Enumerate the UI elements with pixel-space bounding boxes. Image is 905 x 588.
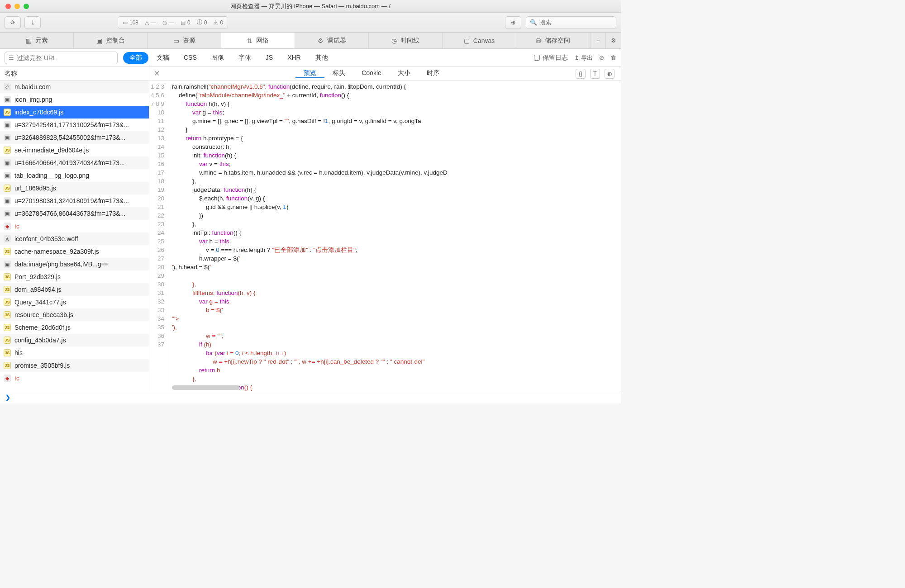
tab-时间线[interactable]: ◷时间线 — [369, 33, 443, 48]
resource-row[interactable]: JSconfig_45b0da7.js — [0, 334, 149, 346]
img-file-icon: ▣ — [4, 121, 11, 128]
content-tab-预览[interactable]: 预览 — [295, 69, 324, 78]
resource-row[interactable]: ▣u=1666406664,4019374034&fm=173... — [0, 156, 149, 169]
resource-name: config_45b0da7.js — [14, 337, 66, 344]
tab-icon: ▣ — [96, 37, 102, 44]
code-editor[interactable]: 1 2 3 4 5 6 7 8 9 10 11 12 13 14 15 16 1… — [149, 81, 621, 391]
tab-网络[interactable]: ⇅网络 — [221, 33, 295, 48]
filter-字体[interactable]: 字体 — [232, 52, 257, 64]
bell-icon: △ — [145, 19, 149, 26]
font-file-icon: A — [4, 235, 11, 242]
resource-name: icon_img.png — [14, 96, 52, 103]
js-file-icon: JS — [4, 273, 11, 280]
url-filter[interactable]: ☰ — [5, 52, 118, 64]
resource-name: tab_loading__bg_logo.png — [14, 172, 89, 179]
console-footer[interactable]: ❯ — [0, 391, 621, 403]
content-tab-时序[interactable]: 时序 — [419, 69, 448, 77]
log-icon: ▤ — [181, 19, 186, 26]
tab-储存空间[interactable]: ⛁储存空间 — [516, 33, 590, 48]
tab-调试器[interactable]: ⚙调试器 — [295, 33, 369, 48]
sidebar: 名称 ◇m.baidu.com▣icon_img.pngJSindex_c70d… — [0, 67, 149, 391]
js-file-icon: JS — [4, 147, 11, 154]
tab-icon: ⚙ — [318, 37, 324, 44]
resource-name: index_c70dc69.js — [14, 109, 63, 116]
resource-row[interactable]: JSresource_6beca3b.js — [0, 308, 149, 321]
minimize-window-button[interactable] — [14, 4, 20, 9]
resource-row[interactable]: JSpromise_3505bf9.js — [0, 359, 149, 372]
resource-name: tc — [14, 223, 19, 230]
filter-bar: ☰ 全部文稿CSS图像字体JSXHR其他 保留日志 ↥ 导出 ⊘ 🗑 — [0, 49, 621, 67]
info-icon: ⓘ — [197, 19, 202, 26]
resource-row[interactable]: ◆tc — [0, 372, 149, 384]
clear-icon[interactable]: ⊘ — [599, 54, 604, 61]
resource-row[interactable]: ▣u=3627854766,860443673&fm=173&... — [0, 207, 149, 220]
zoom-window-button[interactable] — [24, 4, 29, 9]
tab-元素[interactable]: ▦元素 — [0, 33, 74, 48]
filter-文稿[interactable]: 文稿 — [150, 52, 176, 64]
resource-row[interactable]: JSPort_92db329.js — [0, 270, 149, 283]
resource-name: m.baidu.com — [14, 83, 51, 90]
url-filter-input[interactable] — [17, 54, 114, 62]
resource-row[interactable]: JSindex_c70dc69.js — [0, 106, 149, 119]
filter-其他[interactable]: 其他 — [309, 52, 334, 64]
resource-row[interactable]: JSQuery_3441c77.js — [0, 296, 149, 308]
filter-XHR[interactable]: XHR — [281, 52, 307, 64]
close-icon[interactable]: ✕ — [154, 69, 167, 78]
type-button[interactable]: T — [590, 69, 600, 79]
img-file-icon: ▣ — [4, 159, 11, 166]
resource-row[interactable]: ◇m.baidu.com — [0, 81, 149, 93]
content-pane: ✕ 预览标头Cookie大小时序 {} T ◐ 1 2 3 4 5 6 7 8 … — [149, 67, 621, 391]
resource-row[interactable]: ▣data:image/png;base64,iVB...g== — [0, 258, 149, 270]
resource-row[interactable]: ▣icon_img.png — [0, 93, 149, 106]
resource-row[interactable]: JShis — [0, 346, 149, 359]
resource-name: Scheme_20d6d0f.js — [14, 324, 71, 331]
js-file-icon: JS — [4, 248, 11, 255]
pretty-print-button[interactable]: {} — [576, 69, 586, 79]
filter-JS[interactable]: JS — [259, 52, 279, 64]
search-field[interactable]: 🔍 — [526, 16, 616, 29]
wrap-button[interactable]: ◐ — [605, 69, 614, 79]
resource-row[interactable]: JSdom_a984b94.js — [0, 283, 149, 296]
content-tab-Cookie[interactable]: Cookie — [353, 69, 390, 76]
resource-row[interactable]: JScache-namespace_92a309f.js — [0, 245, 149, 258]
resource-row[interactable]: ▣tab_loading__bg_logo.png — [0, 169, 149, 182]
window-title: 网页检查器 — 郑昊川的 iPhone — Safari — m.baidu.c… — [0, 2, 621, 10]
content-tab-标头[interactable]: 标头 — [324, 69, 353, 77]
resource-row[interactable]: Aiconfont_04b353e.woff — [0, 232, 149, 245]
tab-资源[interactable]: ▭资源 — [148, 33, 221, 48]
filter-CSS[interactable]: CSS — [177, 52, 203, 64]
download-button[interactable]: ⤓ — [24, 16, 41, 29]
js-file-icon: JS — [4, 324, 11, 331]
search-input[interactable] — [540, 19, 603, 26]
tab-icon: ▢ — [464, 37, 470, 44]
resource-row[interactable]: ◆tc — [0, 220, 149, 232]
horizontal-scrollbar[interactable] — [172, 385, 240, 390]
other-file-icon: ◆ — [4, 375, 11, 382]
js-file-icon: JS — [4, 337, 11, 344]
resource-row[interactable]: JSurl_1869d95.js — [0, 182, 149, 194]
filter-图像[interactable]: 图像 — [205, 52, 230, 64]
warning-icon: ⚠ — [213, 19, 218, 26]
crosshair-icon: ⊕ — [511, 19, 516, 26]
preserve-log-checkbox[interactable]: 保留日志 — [534, 54, 568, 62]
filter-全部[interactable]: 全部 — [123, 52, 148, 64]
trash-icon[interactable]: 🗑 — [610, 54, 616, 61]
content-tab-大小[interactable]: 大小 — [390, 69, 419, 77]
resource-row[interactable]: JSScheme_20d6d0f.js — [0, 321, 149, 334]
close-window-button[interactable] — [5, 4, 11, 9]
reload-button[interactable]: ⟳ — [5, 16, 21, 29]
settings-icon[interactable]: ⚙ — [605, 33, 621, 48]
tab-Canvas[interactable]: ▢Canvas — [443, 33, 516, 48]
export-button[interactable]: ↥ 导出 — [574, 54, 593, 62]
resource-row[interactable]: ▣u=2701980381,3240180919&fm=173&... — [0, 194, 149, 207]
resource-row[interactable]: ▣u=3279425481,1771310025&fm=173&... — [0, 119, 149, 131]
img-file-icon: ▣ — [4, 261, 11, 268]
code-area[interactable]: rain.rainshell("channelMgr#v1.0.6", func… — [168, 81, 621, 391]
resource-name: his — [14, 349, 23, 356]
tab-控制台[interactable]: ▣控制台 — [74, 33, 148, 48]
inspect-button[interactable]: ⊕ — [505, 16, 521, 29]
resource-row[interactable]: JSset-immediate_d9d604e.js — [0, 144, 149, 156]
resource-row[interactable]: ▣u=3264889828,542455002&fm=173&... — [0, 131, 149, 144]
new-tab-button[interactable]: ＋ — [590, 33, 605, 48]
sidebar-header[interactable]: 名称 — [0, 67, 149, 81]
